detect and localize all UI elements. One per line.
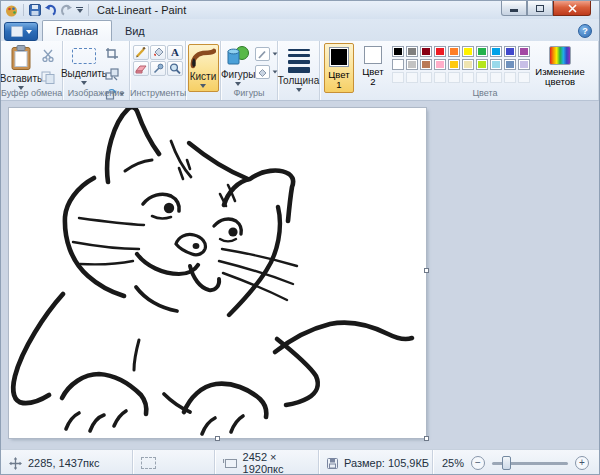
palette-swatch[interactable] [448, 46, 460, 57]
canvas-resize-handle-right[interactable] [424, 268, 429, 273]
palette-swatch[interactable] [406, 59, 418, 70]
canvas-resize-handle-corner[interactable] [424, 436, 429, 441]
canvas-drawing-cat-lineart [9, 108, 426, 438]
palette-swatch[interactable] [462, 46, 474, 57]
palette-swatch-empty[interactable] [476, 72, 488, 83]
workspace [1, 101, 599, 449]
palette-swatch[interactable] [518, 46, 530, 57]
chevron-down-icon [296, 88, 302, 92]
zoom-slider-thumb[interactable] [502, 456, 511, 470]
customize-qat-button[interactable] [76, 7, 83, 14]
chevron-down-icon [26, 30, 32, 34]
palette-swatch[interactable] [420, 59, 432, 70]
pencil-tool-button[interactable] [133, 45, 149, 60]
fill-tool-button[interactable] [150, 45, 166, 60]
zoom-level-value: 25% [442, 457, 464, 469]
group-clipboard: Вставить Буфер обмена [1, 41, 63, 100]
resize-button[interactable] [105, 67, 125, 85]
palette-swatch[interactable] [392, 46, 404, 57]
palette-swatch-empty[interactable] [462, 72, 474, 83]
size-button[interactable]: Толщина [278, 43, 319, 92]
palette-swatch-empty[interactable] [434, 72, 446, 83]
palette-swatch-empty[interactable] [392, 72, 404, 83]
undo-button[interactable] [44, 4, 57, 16]
ribbon: Вставить Буфер обмена Выделить Изображен… [1, 41, 599, 101]
palette-swatch-empty[interactable] [406, 72, 418, 83]
group-label-shapes: Фигуры [221, 88, 277, 98]
close-button[interactable] [553, 1, 591, 16]
palette-swatch[interactable] [490, 59, 502, 70]
color1-button[interactable]: Цвет 1 [324, 43, 354, 93]
paint-menu-button[interactable] [4, 22, 38, 41]
palette-swatch-empty[interactable] [420, 72, 432, 83]
redo-button[interactable] [60, 4, 73, 16]
group-colors: Цвет 1 Цвет 2 Изменение цветов Цвета [320, 41, 599, 100]
ribbon-tab-row: Главная Вид ? [1, 19, 599, 41]
group-image: Выделить Изображение [63, 41, 130, 100]
shape-outline-button[interactable] [255, 47, 278, 61]
canvas-resize-handle-bottom[interactable] [215, 436, 220, 441]
palette-swatch[interactable] [392, 59, 404, 70]
group-label-clipboard: Буфер обмена [1, 88, 62, 98]
zoom-slider[interactable] [492, 462, 568, 465]
text-tool-button[interactable]: A [167, 45, 183, 60]
palette-swatch[interactable] [476, 46, 488, 57]
palette-swatch[interactable] [434, 59, 446, 70]
group-size: Толщина [278, 41, 320, 100]
brushes-button[interactable]: Кисти [188, 44, 219, 92]
quick-access-toolbar [1, 4, 91, 17]
palette-swatch-empty[interactable] [518, 72, 530, 83]
palette-swatch-empty[interactable] [490, 72, 502, 83]
palette-swatch[interactable] [462, 59, 474, 70]
shapes-icon [225, 45, 251, 67]
divider [88, 4, 89, 16]
group-label-tools: Инструменты [130, 88, 185, 98]
cut-button[interactable] [41, 48, 55, 66]
palette-swatch[interactable] [420, 46, 432, 57]
file-menu-icon [11, 26, 23, 37]
selection-size-segment [133, 450, 215, 475]
copy-button[interactable] [41, 70, 55, 88]
select-label: Выделить [61, 68, 107, 79]
shape-fill-button[interactable] [255, 65, 278, 79]
palette-swatch[interactable] [504, 59, 516, 70]
palette-swatch[interactable] [518, 59, 530, 70]
file-size-icon [327, 458, 338, 469]
palette-swatch[interactable] [490, 46, 502, 57]
palette-swatch[interactable] [406, 46, 418, 57]
zoom-in-button[interactable]: + [575, 456, 589, 470]
color2-swatch [364, 46, 382, 64]
tab-home[interactable]: Главная [42, 20, 112, 41]
eraser-tool-button[interactable] [133, 61, 149, 76]
zoom-out-button[interactable]: − [471, 456, 485, 470]
zoom-segment: 25% − + [433, 450, 599, 475]
maximize-button[interactable] [527, 1, 553, 16]
palette-swatch-empty[interactable] [448, 72, 460, 83]
tab-view[interactable]: Вид [112, 20, 158, 41]
minimize-button[interactable] [501, 1, 527, 16]
color-picker-tool-button[interactable] [150, 61, 166, 76]
status-bar: 2285, 1437пкс 2452 × 1920пкс Размер: 105… [1, 449, 599, 475]
cursor-position-icon [9, 457, 22, 470]
palette-swatch[interactable] [476, 59, 488, 70]
chevron-down-icon [200, 84, 206, 88]
canvas-size-value: 2452 × 1920пкс [243, 451, 318, 475]
save-button[interactable] [29, 4, 41, 16]
color1-label: Цвет 1 [325, 70, 353, 90]
selection-size-icon [141, 457, 156, 469]
drawing-canvas[interactable] [9, 108, 426, 438]
cursor-position-segment: 2285, 1437пкс [1, 450, 133, 475]
color2-button[interactable]: Цвет 2 [358, 43, 388, 93]
brushes-label: Кисти [190, 71, 217, 82]
magnifier-tool-button[interactable] [167, 61, 183, 76]
crop-button[interactable] [105, 46, 125, 64]
palette-swatch-empty[interactable] [504, 72, 516, 83]
help-icon[interactable]: ? [578, 24, 592, 38]
chevron-down-icon [235, 82, 241, 86]
palette-swatch[interactable] [434, 46, 446, 57]
magnifier-icon [169, 63, 181, 74]
palette-swatch[interactable] [504, 46, 516, 57]
fill-bucket-icon [152, 47, 165, 58]
palette-swatch[interactable] [448, 59, 460, 70]
group-brushes: Кисти [186, 41, 221, 100]
